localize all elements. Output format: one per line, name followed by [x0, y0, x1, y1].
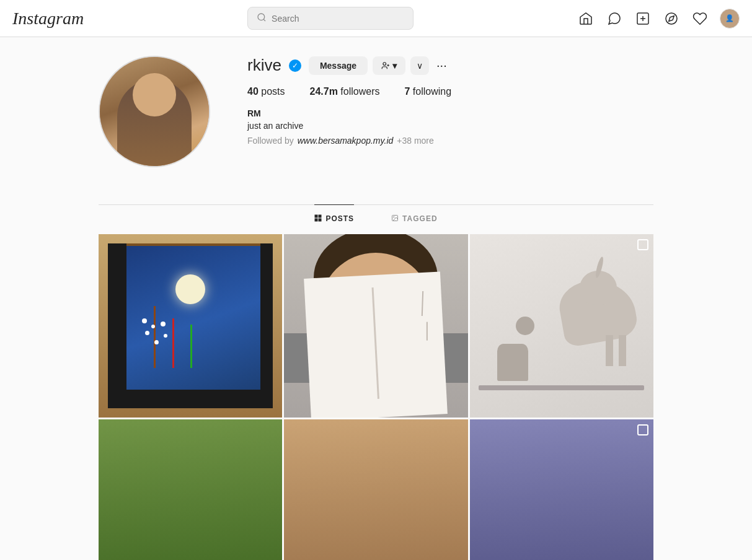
- follow-arrow: ▾: [392, 61, 397, 71]
- main-content: rkive ✓ Message ▾ ∨ ··· 40 posts 24.7m: [86, 37, 666, 560]
- profile-section: rkive ✓ Message ▾ ∨ ··· 40 posts 24.7m: [99, 56, 653, 180]
- message-button[interactable]: Message: [309, 56, 368, 75]
- posts-label: posts: [261, 86, 285, 97]
- svg-point-15: [394, 217, 395, 218]
- followed-by-more[interactable]: +38 more: [397, 136, 434, 146]
- tab-tagged[interactable]: TAGGED: [391, 204, 437, 232]
- followed-by-section: Followed by www.bersamakpop.my.id +38 mo…: [247, 136, 653, 146]
- profile-info: rkive ✓ Message ▾ ∨ ··· 40 posts 24.7m: [247, 56, 653, 146]
- profile-avatar-wrap[interactable]: [99, 56, 210, 167]
- posts-grid: [99, 234, 653, 560]
- profile-stats: 40 posts 24.7m followers 7 following: [247, 86, 653, 97]
- post-item[interactable]: [470, 419, 653, 560]
- instagram-logo[interactable]: Instagram: [12, 9, 84, 28]
- post-item[interactable]: [470, 234, 653, 418]
- following-label: following: [413, 86, 451, 97]
- profile-actions: Message ▾ ∨ ···: [309, 56, 449, 75]
- user-avatar[interactable]: 👤: [720, 9, 740, 28]
- tagged-tab-label: TAGGED: [402, 214, 437, 223]
- profile-username: rkive: [247, 56, 281, 75]
- posts-stat[interactable]: 40 posts: [247, 86, 285, 97]
- header: Instagram: [0, 0, 752, 37]
- posts-count: 40: [247, 86, 259, 97]
- avatar-image: [100, 57, 209, 166]
- followers-stat[interactable]: 24.7m followers: [310, 86, 380, 97]
- create-icon[interactable]: [634, 10, 652, 27]
- following-stat[interactable]: 7 following: [404, 86, 451, 97]
- svg-point-7: [383, 62, 386, 65]
- profile-bio: just an archive: [247, 121, 653, 131]
- svg-rect-13: [319, 219, 322, 222]
- profile-avatar: [99, 56, 210, 167]
- search-icon: [257, 12, 267, 24]
- multi-image-indicator: [637, 239, 648, 250]
- svg-rect-11: [319, 215, 322, 218]
- followers-label: followers: [340, 86, 379, 97]
- svg-marker-6: [669, 15, 674, 20]
- following-count: 7: [404, 86, 410, 97]
- svg-rect-12: [315, 219, 318, 222]
- more-options-button[interactable]: ···: [434, 56, 449, 75]
- followers-count: 24.7m: [310, 86, 338, 97]
- search-bar[interactable]: [247, 7, 414, 30]
- profile-full-name: RM: [247, 108, 653, 118]
- svg-point-5: [666, 13, 677, 24]
- search-input[interactable]: [272, 14, 404, 24]
- explore-icon[interactable]: [663, 10, 680, 27]
- post-item[interactable]: [284, 419, 467, 560]
- tab-posts[interactable]: POSTS: [314, 204, 354, 232]
- svg-line-1: [263, 19, 265, 21]
- profile-name-row: rkive ✓ Message ▾ ∨ ···: [247, 56, 653, 75]
- post-item[interactable]: [99, 234, 282, 418]
- follow-options-button[interactable]: ▾: [373, 56, 405, 75]
- notifications-icon[interactable]: [691, 10, 709, 27]
- posts-tab-label: POSTS: [325, 214, 354, 223]
- post-item[interactable]: [284, 234, 467, 418]
- messenger-icon[interactable]: [606, 10, 623, 27]
- svg-rect-10: [315, 215, 318, 218]
- post-item[interactable]: [99, 419, 282, 560]
- tagged-icon: [391, 214, 399, 224]
- header-nav-icons: 👤: [577, 9, 740, 28]
- profile-tabs: POSTS TAGGED: [99, 204, 653, 232]
- svg-point-0: [258, 14, 265, 20]
- followed-by-label: Followed by: [247, 136, 294, 146]
- followed-by-link[interactable]: www.bersamakpop.my.id: [298, 136, 394, 146]
- posts-grid-icon: [314, 214, 322, 224]
- home-icon[interactable]: [577, 10, 595, 27]
- dropdown-button[interactable]: ∨: [410, 56, 429, 75]
- verified-badge: ✓: [289, 59, 301, 72]
